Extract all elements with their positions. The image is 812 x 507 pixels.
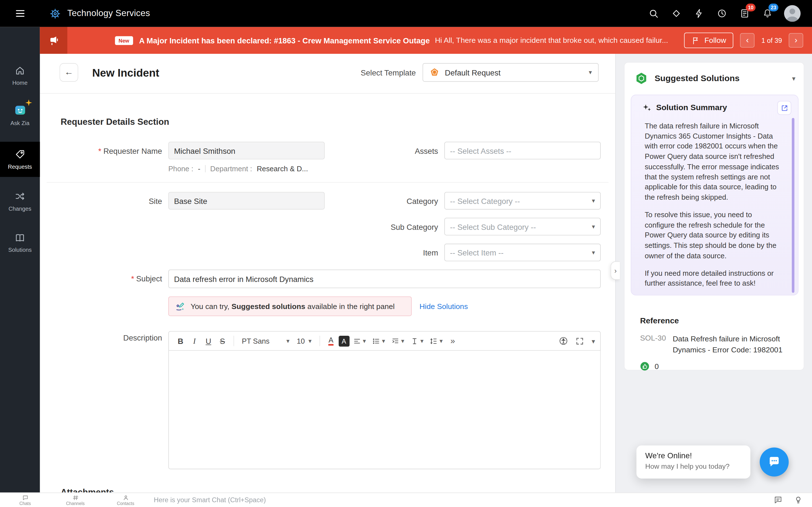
notifications-bell-icon[interactable]: 23 <box>761 8 773 19</box>
subject-input[interactable] <box>168 270 601 288</box>
app-window: Technology Services 10 23 <box>0 0 812 507</box>
fullscreen-icon[interactable] <box>575 337 584 345</box>
template-value: Default Request <box>445 68 583 77</box>
italic-icon[interactable]: I <box>188 334 201 348</box>
assets-input[interactable] <box>444 142 601 159</box>
site-input[interactable] <box>168 192 325 209</box>
bottom-tab-chats[interactable]: Chats <box>0 493 50 507</box>
brand: Technology Services <box>49 8 150 19</box>
chevron-down-icon: ▾ <box>287 337 290 345</box>
header-divider <box>40 93 615 94</box>
shortcuts-icon[interactable] <box>670 8 682 19</box>
description-editor: B I U S PT Sans▾ 10▾ A A ▾ ▾ <box>168 331 601 469</box>
toolbar-divider <box>319 336 320 346</box>
list-dropdown[interactable]: ▾ <box>370 334 388 348</box>
topbar-actions: 10 23 <box>647 5 812 22</box>
sidebar-item-requests[interactable]: Requests <box>0 142 40 177</box>
more-tools-icon[interactable]: » <box>446 336 459 346</box>
bullet-list-icon <box>372 337 380 345</box>
sidebar-item-ask-zia[interactable]: Ask Zia <box>0 98 40 131</box>
solutions-hexagon-icon <box>635 72 648 85</box>
hamburger-menu-icon[interactable] <box>0 8 40 19</box>
phone-value: - <box>198 165 200 173</box>
sub-category-dropdown[interactable]: -- Select Sub Category --▾ <box>444 218 601 235</box>
bold-icon[interactable]: B <box>174 334 187 348</box>
category-dropdown[interactable]: -- Select Category --▾ <box>444 192 601 209</box>
follow-label: Follow <box>705 36 726 45</box>
announcement-banner: New A Major Incident has been declared: … <box>40 27 812 54</box>
font-size-dropdown[interactable]: 10▾ <box>294 334 315 348</box>
chats-icon <box>22 494 28 501</box>
font-family-value: PT Sans <box>242 337 269 345</box>
live-chat-button[interactable] <box>760 448 789 476</box>
indent-dropdown[interactable]: ▾ <box>389 334 407 348</box>
toolbar-divider <box>234 336 234 346</box>
bottom-tab-channels[interactable]: Channels <box>50 493 100 507</box>
sidebar-item-changes[interactable]: Changes <box>0 186 40 216</box>
sidebar-item-label: Home <box>12 80 28 86</box>
chevron-down-icon: ▾ <box>420 337 423 345</box>
underline-icon[interactable]: U <box>202 334 215 348</box>
sub-category-placeholder: -- Select Sub Category -- <box>450 222 536 231</box>
chevron-down-icon: ▾ <box>401 337 404 345</box>
chat-lines-icon[interactable] <box>774 496 782 504</box>
chevron-down-icon[interactable]: ▾ <box>592 337 595 345</box>
select-template-label: Select Template <box>319 68 416 77</box>
template-dropdown[interactable]: Default Request ▾ <box>423 63 599 82</box>
collapse-panel-chevron-icon[interactable]: ▾ <box>792 74 795 82</box>
home-icon <box>14 65 26 76</box>
item-dropdown[interactable]: -- Select Item --▾ <box>444 244 601 261</box>
sparkles-icon <box>643 103 651 112</box>
next-announcement-button[interactable]: › <box>789 33 803 48</box>
chevron-down-icon: ▾ <box>592 223 595 230</box>
smart-chat-input[interactable] <box>154 496 774 504</box>
previous-announcement-button[interactable]: ‹ <box>740 33 755 48</box>
text-direction-dropdown[interactable]: ▾ <box>408 334 426 348</box>
back-button[interactable]: ← <box>59 63 78 82</box>
zia-lamp-icon[interactable] <box>794 496 803 504</box>
item-label: Item <box>335 248 438 257</box>
sidebar-item-home[interactable]: Home <box>0 61 40 90</box>
reference-link[interactable]: SOL-30 Data Refresh failure in Microsoft… <box>640 334 790 355</box>
font-color-icon[interactable]: A <box>324 334 338 348</box>
reference-label: Reference <box>640 316 679 325</box>
summary-scrollbar[interactable] <box>792 118 794 293</box>
sidebar-item-label: Changes <box>8 205 31 212</box>
approvals-badge: 10 <box>746 3 756 11</box>
bottom-tab-label: Channels <box>66 501 85 506</box>
accessibility-icon[interactable] <box>559 336 568 346</box>
reference-id: SOL-30 <box>640 334 666 355</box>
sidebar-item-label: Ask Zia <box>10 120 29 126</box>
strikethrough-icon[interactable]: S <box>216 334 229 348</box>
font-family-dropdown[interactable]: PT Sans▾ <box>239 334 293 348</box>
history-icon[interactable] <box>716 8 727 19</box>
sidebar-item-solutions[interactable]: Solutions <box>0 228 40 258</box>
new-badge: New <box>115 36 133 45</box>
thumbs-up-icon[interactable] <box>640 362 649 371</box>
line-spacing-dropdown[interactable]: ▾ <box>427 334 445 348</box>
hide-solutions-link[interactable]: Hide Solutions <box>419 302 468 311</box>
quick-actions-bolt-icon[interactable] <box>693 8 705 19</box>
requester-name-input[interactable] <box>168 142 325 159</box>
solution-summary-header: Solution Summary <box>643 103 727 112</box>
chevron-down-icon: ▾ <box>382 337 385 345</box>
highlight-color-icon[interactable]: A <box>339 335 350 346</box>
expand-summary-button[interactable] <box>777 101 792 115</box>
category-label: Category <box>335 196 438 205</box>
bottom-tab-contacts[interactable]: Contacts <box>100 493 151 507</box>
chevron-right-icon: › <box>614 267 617 275</box>
announcement-title[interactable]: A Major Incident has been declared: #186… <box>139 36 430 45</box>
contacts-icon <box>122 494 129 501</box>
collapse-panel-tab[interactable]: › <box>611 262 620 280</box>
requester-name-label: *Requester Name <box>59 147 162 155</box>
megaphone-icon[interactable] <box>40 27 67 54</box>
follow-button[interactable]: Follow <box>684 33 733 48</box>
item-placeholder: -- Select Item -- <box>450 248 504 257</box>
user-avatar[interactable] <box>784 5 801 22</box>
description-text-area[interactable] <box>168 351 601 469</box>
smart-chat-bar: Chats Channels Contacts <box>0 493 812 507</box>
search-icon[interactable] <box>647 8 659 19</box>
gear-icon[interactable] <box>49 8 61 19</box>
approvals-icon[interactable]: 10 <box>739 8 750 19</box>
align-dropdown[interactable]: ▾ <box>350 334 368 348</box>
